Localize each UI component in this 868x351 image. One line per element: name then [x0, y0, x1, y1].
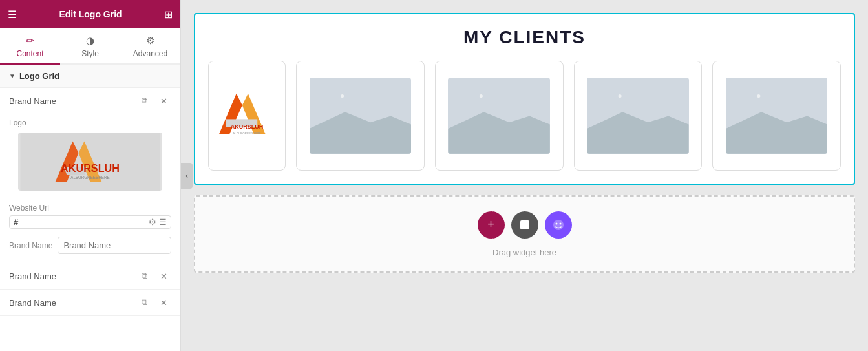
fab-smiley-button[interactable] — [545, 211, 572, 239]
section-chevron: ▼ — [9, 72, 16, 80]
placeholder-image-4 — [587, 78, 688, 154]
item3-label: Brand Name — [9, 298, 132, 308]
list-item: Brand Name ⧉ ✕ — [0, 263, 180, 290]
collapse-panel-button[interactable]: ‹ — [181, 163, 193, 189]
tab-style[interactable]: ◑ Style — [60, 28, 120, 65]
advanced-tab-icon: ⚙ — [146, 35, 154, 47]
svg-text:AKURSLUH: AKURSLUH — [61, 162, 120, 174]
drop-zone[interactable]: + Drag widget here — [194, 195, 855, 273]
item3-duplicate-button[interactable]: ⧉ — [136, 295, 152, 310]
panel-title: Edit Logo Grid — [59, 9, 122, 19]
svg-point-8 — [553, 220, 564, 230]
logo-field-label: Logo — [9, 118, 171, 127]
svg-point-10 — [559, 222, 561, 224]
logo-grid-widget: MY CLIENTS AKURSLUH ALBURGREESHERE — [194, 13, 855, 185]
style-tab-label: Style — [81, 49, 99, 58]
section-label: Logo Grid — [19, 71, 59, 81]
panel-header: ☰ Edit Logo Grid ⊞ — [0, 0, 180, 28]
panel-tabs: ✏ Content ◑ Style ⚙ Advanced — [0, 28, 180, 65]
item1-duplicate-button[interactable]: ⧉ — [136, 93, 152, 109]
website-url-section: Website Url ⚙ ☰ — [0, 200, 180, 233]
grid-icon[interactable]: ⊞ — [164, 8, 173, 21]
smiley-icon — [552, 218, 565, 231]
list-item: Brand Name ⧉ ✕ — [0, 290, 180, 316]
item1-delete-button[interactable]: ✕ — [156, 93, 171, 109]
logo-card-1[interactable]: AKURSLUH ALBURGREESHERE — [208, 61, 286, 171]
placeholder-image-3 — [448, 78, 549, 154]
item1-label: Brand Name — [9, 96, 132, 106]
content-tab-label: Content — [16, 49, 43, 58]
handle-icon — [519, 219, 531, 231]
svg-point-9 — [555, 222, 557, 224]
drop-zone-text: Drag widget here — [492, 248, 556, 257]
svg-text:ALBURGREESHERE: ALBURGREESHERE — [70, 175, 110, 180]
logo-grid: AKURSLUH ALBURGREESHERE — [208, 61, 841, 171]
hamburger-icon[interactable]: ☰ — [8, 8, 17, 21]
logo-field-section: Logo AKURSLUH ALBURGREESHERE — [0, 114, 180, 200]
website-url-input[interactable] — [14, 217, 146, 227]
content-tab-icon: ✏ — [26, 35, 34, 47]
right-canvas: ‹ MY CLIENTS AKURSLUH ALBURGREESHERE — [181, 0, 868, 351]
item2-delete-button[interactable]: ✕ — [156, 268, 171, 284]
tab-advanced[interactable]: ⚙ Advanced — [120, 28, 180, 65]
tab-content[interactable]: ✏ Content — [0, 28, 60, 65]
item2-label: Brand Name — [9, 271, 132, 281]
website-url-label: Website Url — [9, 204, 171, 213]
panel-body: ▼ Logo Grid Brand Name ⧉ ✕ Logo — [0, 65, 180, 351]
logo-card-3[interactable] — [435, 61, 564, 171]
fab-add-button[interactable]: + — [478, 211, 505, 239]
url-settings-icon[interactable]: ⚙ — [149, 217, 156, 227]
logo-card-4[interactable] — [574, 61, 703, 171]
logo-card-2[interactable] — [296, 61, 425, 171]
brand-name-field-section: Brand Name — [0, 233, 180, 258]
website-url-input-row: ⚙ ☰ — [9, 215, 171, 229]
left-panel: ☰ Edit Logo Grid ⊞ ✏ Content ◑ Style ⚙ A… — [0, 0, 181, 351]
style-tab-icon: ◑ — [86, 35, 94, 47]
svg-text:AKURSLUH: AKURSLUH — [231, 123, 264, 130]
fab-handle-button[interactable] — [511, 211, 538, 239]
svg-text:ALBURGREESHERE: ALBURGREESHERE — [233, 132, 260, 135]
item1-actions: ⧉ ✕ — [136, 93, 171, 109]
url-dynamic-icon[interactable]: ☰ — [159, 217, 167, 227]
canvas-area: MY CLIENTS AKURSLUH ALBURGREESHERE — [181, 0, 868, 351]
section-title: MY CLIENTS — [208, 27, 841, 48]
placeholder-image-2 — [310, 78, 411, 154]
item2-actions: ⧉ ✕ — [136, 268, 171, 284]
logo-preview[interactable]: AKURSLUH ALBURGREESHERE — [18, 133, 162, 191]
item3-delete-button[interactable]: ✕ — [156, 295, 171, 310]
item3-actions: ⧉ ✕ — [136, 295, 171, 310]
logo-card-5[interactable] — [712, 61, 841, 171]
placeholder-image-5 — [726, 78, 827, 154]
item2-duplicate-button[interactable]: ⧉ — [136, 268, 152, 284]
collapse-icon: ‹ — [185, 171, 188, 180]
advanced-tab-label: Advanced — [133, 49, 167, 58]
svg-rect-7 — [520, 220, 529, 229]
brand-name-input[interactable] — [58, 237, 171, 254]
brand-name-field-label: Brand Name — [9, 241, 52, 250]
fab-group: + — [478, 211, 572, 239]
logo-grid-section-header[interactable]: ▼ Logo Grid — [0, 65, 180, 88]
list-item: Brand Name ⧉ ✕ — [0, 88, 180, 114]
